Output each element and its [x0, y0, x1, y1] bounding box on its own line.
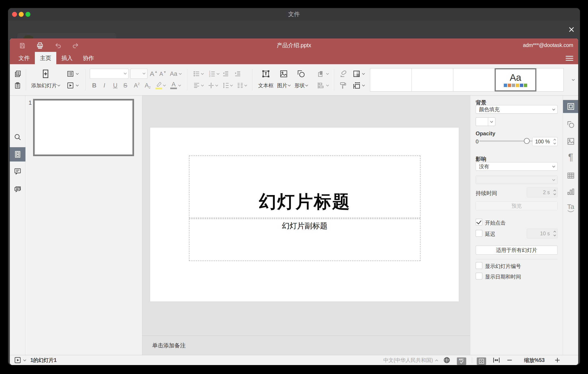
fill-type-select[interactable]: 颜色填充: [476, 105, 558, 114]
image-settings-icon[interactable]: [563, 135, 578, 148]
delay-checkbox[interactable]: [476, 230, 482, 237]
numbering-chevron-icon[interactable]: [217, 73, 219, 75]
duration-spinner[interactable]: 2 s: [527, 187, 558, 197]
highlight-icon[interactable]: [156, 82, 162, 89]
font-increase-icon[interactable]: A▲: [150, 70, 158, 78]
theme-colors-icon[interactable]: [352, 70, 361, 78]
shape-settings-icon[interactable]: [563, 118, 578, 131]
preview-button[interactable]: 预览: [476, 201, 558, 210]
align-chevron-icon[interactable]: [201, 85, 203, 86]
effect-select[interactable]: 没有: [476, 162, 558, 171]
image-button[interactable]: 图片: [277, 82, 290, 89]
show-date-time-checkbox[interactable]: [476, 273, 482, 279]
underline-icon[interactable]: U: [113, 82, 117, 89]
font-color-icon[interactable]: A: [170, 82, 177, 89]
vertical-align-icon[interactable]: [207, 82, 215, 89]
start-slideshow-icon[interactable]: [66, 81, 74, 89]
show-slide-number-checkbox[interactable]: [476, 262, 482, 269]
slide-size-icon[interactable]: [352, 81, 361, 90]
highlight-chevron-icon[interactable]: [164, 85, 166, 86]
slides-icon[interactable]: [10, 147, 25, 162]
columns-chevron-icon[interactable]: [245, 85, 247, 86]
tab-insert[interactable]: 插入: [56, 52, 78, 64]
zoom-in-icon[interactable]: [554, 355, 561, 365]
add-slide-icon[interactable]: [41, 69, 51, 79]
textart-settings-icon[interactable]: Ta: [563, 201, 578, 215]
align-objects-icon[interactable]: [317, 81, 325, 89]
chart-settings-icon[interactable]: [563, 186, 578, 198]
font-decrease-icon[interactable]: A▼: [159, 71, 167, 77]
theme-colors-chevron-icon[interactable]: [363, 73, 365, 75]
delay-spinner[interactable]: 10 s: [527, 229, 558, 238]
add-slide-button[interactable]: 添加幻灯片: [31, 82, 60, 89]
menu-icon[interactable]: [566, 55, 573, 62]
table-settings-icon[interactable]: [563, 169, 578, 182]
strikethrough-icon[interactable]: S: [123, 82, 127, 89]
change-case-chevron-icon[interactable]: [179, 73, 181, 75]
subtitle-placeholder[interactable]: 幻灯片副标题: [189, 219, 420, 261]
theme-cell[interactable]: [453, 68, 495, 91]
numbering-icon[interactable]: 123: [209, 70, 216, 78]
tab-file[interactable]: 文件: [13, 52, 35, 64]
font-name-combo[interactable]: [90, 69, 129, 79]
spellcheck-icon[interactable]: ABC: [457, 356, 466, 365]
theme-cell[interactable]: [411, 68, 453, 91]
shape-button[interactable]: 形状: [294, 82, 308, 89]
slideshow-chevron-icon[interactable]: [24, 355, 26, 365]
align-icon[interactable]: [193, 82, 200, 89]
language-caret-icon[interactable]: [436, 355, 438, 365]
outdent-icon[interactable]: [222, 70, 230, 78]
start-slideshow-chevron-icon[interactable]: [76, 85, 78, 86]
paste-icon[interactable]: [14, 82, 22, 89]
start-slideshow-status-icon[interactable]: [14, 355, 21, 365]
italic-icon[interactable]: I: [104, 82, 105, 89]
copy-style-icon[interactable]: [339, 81, 347, 90]
text-box-icon[interactable]: [261, 69, 271, 78]
opacity-slider-handle[interactable]: [524, 138, 530, 144]
line-spacing-icon[interactable]: [222, 82, 230, 89]
title-placeholder[interactable]: 幻灯片标题: [189, 155, 420, 218]
slide-size-chevron-icon[interactable]: [363, 85, 365, 86]
copy-icon[interactable]: [14, 70, 22, 78]
text-box-button[interactable]: 文本框: [258, 82, 274, 89]
paragraph-settings-icon[interactable]: ¶: [563, 151, 578, 164]
theme-cell[interactable]: [370, 68, 412, 91]
columns-icon[interactable]: [236, 82, 244, 89]
close-icon[interactable]: [567, 25, 576, 34]
slide-layout-chevron-icon[interactable]: [76, 73, 78, 75]
clear-style-icon[interactable]: [339, 70, 347, 78]
bullets-icon[interactable]: [193, 70, 200, 78]
apply-to-all-button[interactable]: 适用于所有幻灯片: [476, 246, 558, 254]
theme-gallery-expand-icon[interactable]: [572, 79, 574, 80]
subscript-icon[interactable]: A2: [145, 82, 151, 89]
fit-slide-icon[interactable]: [477, 356, 486, 365]
comments-icon[interactable]: [10, 164, 25, 178]
globe-icon[interactable]: [443, 355, 451, 365]
align-objects-chevron-icon[interactable]: [327, 85, 329, 86]
bold-icon[interactable]: B: [92, 82, 96, 89]
theme-cell[interactable]: [536, 68, 564, 91]
tab-collaboration[interactable]: 协作: [78, 52, 99, 64]
language-label[interactable]: 中文(中华人民共和国): [358, 355, 433, 365]
fit-width-icon[interactable]: [492, 355, 501, 365]
opacity-spinner[interactable]: 100 %: [532, 137, 558, 146]
slide-layout-icon[interactable]: [66, 70, 74, 78]
indent-icon[interactable]: [234, 70, 242, 78]
search-icon[interactable]: [10, 130, 25, 144]
arrange-icon[interactable]: [317, 70, 325, 78]
font-color-chevron-icon[interactable]: [179, 85, 181, 86]
image-icon[interactable]: [279, 69, 288, 78]
theme-cell-selected[interactable]: Aa: [495, 68, 536, 91]
slide[interactable]: 幻灯片标题 幻灯片副标题: [150, 128, 459, 302]
arrange-chevron-icon[interactable]: [327, 73, 329, 75]
superscript-icon[interactable]: A2: [134, 82, 140, 89]
tab-home[interactable]: 主页: [35, 52, 56, 64]
start-on-click-checkbox[interactable]: [476, 219, 482, 225]
shape-icon[interactable]: [296, 69, 306, 78]
slide-thumbnail[interactable]: [33, 99, 134, 156]
effect-option-select[interactable]: [476, 176, 558, 184]
zoom-out-icon[interactable]: [506, 355, 513, 365]
notes-area[interactable]: 单击添加备注: [142, 336, 470, 355]
change-case-icon[interactable]: Aa: [170, 70, 177, 77]
chat-icon[interactable]: [10, 182, 25, 196]
